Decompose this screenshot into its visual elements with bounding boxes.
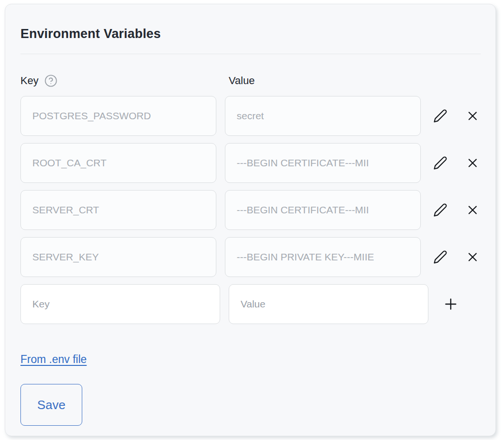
pencil-icon bbox=[433, 109, 447, 123]
env-value-input[interactable] bbox=[225, 237, 421, 277]
add-button[interactable] bbox=[442, 295, 460, 313]
env-key-input[interactable] bbox=[20, 190, 216, 230]
x-icon bbox=[465, 203, 480, 217]
save-button[interactable]: Save bbox=[20, 384, 82, 426]
env-value-input[interactable] bbox=[225, 143, 421, 183]
from-env-file-link[interactable]: From .env file bbox=[20, 353, 87, 366]
pencil-icon bbox=[433, 156, 447, 170]
value-column-header: Value bbox=[229, 75, 255, 87]
x-icon bbox=[465, 250, 480, 264]
edit-button[interactable] bbox=[433, 202, 448, 218]
plus-icon bbox=[442, 296, 459, 313]
env-key-input[interactable] bbox=[20, 237, 216, 277]
help-circle-icon[interactable] bbox=[44, 74, 58, 87]
pencil-icon bbox=[433, 203, 447, 217]
column-headers: Key Value bbox=[20, 73, 481, 88]
env-var-row bbox=[20, 96, 481, 136]
x-icon bbox=[465, 109, 480, 123]
page-title: Environment Variables bbox=[20, 25, 481, 42]
new-env-var-row bbox=[20, 284, 481, 324]
env-value-input[interactable] bbox=[225, 190, 421, 230]
delete-button[interactable] bbox=[465, 155, 481, 171]
env-key-input[interactable] bbox=[20, 96, 216, 136]
env-var-rows bbox=[20, 96, 481, 324]
value-column-label: Value bbox=[229, 75, 255, 86]
new-value-input[interactable] bbox=[229, 284, 428, 324]
key-column-header: Key bbox=[20, 74, 229, 87]
edit-button[interactable] bbox=[433, 249, 448, 265]
edit-button[interactable] bbox=[433, 155, 448, 171]
pencil-icon bbox=[433, 250, 447, 264]
key-column-label: Key bbox=[20, 75, 39, 87]
new-key-input[interactable] bbox=[20, 284, 220, 324]
delete-button[interactable] bbox=[465, 249, 481, 265]
edit-button[interactable] bbox=[433, 108, 448, 124]
delete-button[interactable] bbox=[465, 108, 481, 124]
env-value-input[interactable] bbox=[225, 96, 421, 136]
env-key-input[interactable] bbox=[20, 143, 216, 183]
env-var-row bbox=[20, 237, 481, 277]
env-var-row bbox=[20, 190, 481, 230]
x-icon bbox=[465, 156, 480, 170]
delete-button[interactable] bbox=[465, 202, 481, 218]
divider bbox=[20, 54, 481, 54]
environment-variables-card: Environment Variables Key Value bbox=[5, 4, 496, 436]
env-var-row bbox=[20, 143, 481, 183]
